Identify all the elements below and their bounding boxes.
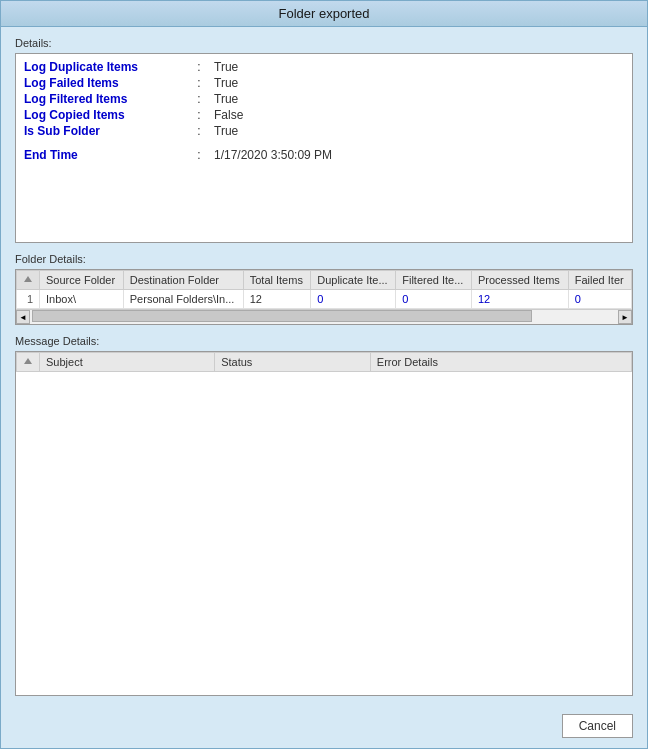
detail-row: Log Failed Items : True: [24, 76, 620, 90]
folder-table-header-row: Source Folder Destination Folder Total I…: [17, 271, 632, 290]
message-table-header-row: Subject Status Error Details: [17, 353, 632, 372]
folder-details-label: Folder Details:: [15, 253, 633, 265]
end-time-row: End Time : 1/17/2020 3:50:09 PM: [24, 148, 620, 162]
folder-row-duplicate: 0: [311, 290, 396, 309]
title-bar: Folder exported: [1, 1, 647, 27]
folder-row-num: 1: [17, 290, 40, 309]
folder-col-sort[interactable]: [17, 271, 40, 290]
detail-colon-3: :: [184, 108, 214, 122]
detail-key-1: Log Failed Items: [24, 76, 184, 90]
folder-row-processed: 12: [471, 290, 568, 309]
folder-col-filtered[interactable]: Filtered Ite...: [396, 271, 472, 290]
details-box[interactable]: Log Duplicate Items : True Log Failed It…: [15, 53, 633, 243]
detail-colon-0: :: [184, 60, 214, 74]
message-details-label: Message Details:: [15, 335, 633, 347]
footer: Cancel: [1, 706, 647, 748]
message-col-subject[interactable]: Subject: [40, 353, 215, 372]
detail-row: Log Duplicate Items : True: [24, 60, 620, 74]
detail-key-4: Is Sub Folder: [24, 124, 184, 138]
detail-colon-4: :: [184, 124, 214, 138]
folder-col-total[interactable]: Total Items: [243, 271, 311, 290]
folder-details-section: Folder Details: Source Folder Destinatio…: [15, 253, 633, 325]
message-table: Subject Status Error Details: [16, 352, 632, 372]
detail-colon-2: :: [184, 92, 214, 106]
hscroll-thumb[interactable]: [32, 310, 532, 322]
cancel-button[interactable]: Cancel: [562, 714, 633, 738]
detail-value-0: True: [214, 60, 238, 74]
detail-value-3: False: [214, 108, 243, 122]
detail-key-2: Log Filtered Items: [24, 92, 184, 106]
folder-row-failed: 0: [568, 290, 631, 309]
message-col-error[interactable]: Error Details: [370, 353, 631, 372]
end-time-value: 1/17/2020 3:50:09 PM: [214, 148, 332, 162]
folder-table: Source Folder Destination Folder Total I…: [16, 270, 632, 309]
message-details-section: Message Details: Subject Status Error De…: [15, 335, 633, 696]
svg-marker-0: [24, 276, 32, 282]
folder-col-source[interactable]: Source Folder: [40, 271, 124, 290]
content-area: Details: Log Duplicate Items : True Log …: [1, 27, 647, 706]
main-window: Folder exported Details: Log Duplicate I…: [0, 0, 648, 749]
details-section: Details: Log Duplicate Items : True Log …: [15, 37, 633, 243]
detail-value-1: True: [214, 76, 238, 90]
svg-marker-1: [24, 358, 32, 364]
folder-col-duplicate[interactable]: Duplicate Ite...: [311, 271, 396, 290]
window-title: Folder exported: [278, 6, 369, 21]
horizontal-scrollbar[interactable]: ◄ ►: [16, 309, 632, 324]
message-table-container: Subject Status Error Details: [15, 351, 633, 696]
end-time-colon: :: [184, 148, 214, 162]
folder-col-failed[interactable]: Failed Iter: [568, 271, 631, 290]
detail-key-0: Log Duplicate Items: [24, 60, 184, 74]
detail-row: Log Copied Items : False: [24, 108, 620, 122]
folder-table-row: 1 Inbox\ Personal Folders\In... 12 0 0 1…: [17, 290, 632, 309]
details-label: Details:: [15, 37, 633, 49]
folder-row-filtered: 0: [396, 290, 472, 309]
folder-row-source: Inbox\: [40, 290, 124, 309]
folder-col-processed[interactable]: Processed Items: [471, 271, 568, 290]
folder-row-total: 12: [243, 290, 311, 309]
hscroll-right-btn[interactable]: ►: [618, 310, 632, 324]
message-col-status[interactable]: Status: [215, 353, 371, 372]
hscroll-left-btn[interactable]: ◄: [16, 310, 30, 324]
details-inner: Log Duplicate Items : True Log Failed It…: [24, 60, 624, 162]
detail-value-2: True: [214, 92, 238, 106]
detail-key-3: Log Copied Items: [24, 108, 184, 122]
folder-row-dest: Personal Folders\In...: [123, 290, 243, 309]
detail-row: Log Filtered Items : True: [24, 92, 620, 106]
detail-row: Is Sub Folder : True: [24, 124, 620, 138]
end-time-label: End Time: [24, 148, 184, 162]
folder-table-container: Source Folder Destination Folder Total I…: [15, 269, 633, 325]
detail-value-4: True: [214, 124, 238, 138]
detail-colon-1: :: [184, 76, 214, 90]
message-col-sort[interactable]: [17, 353, 40, 372]
hscroll-track[interactable]: [30, 310, 618, 324]
folder-col-dest[interactable]: Destination Folder: [123, 271, 243, 290]
